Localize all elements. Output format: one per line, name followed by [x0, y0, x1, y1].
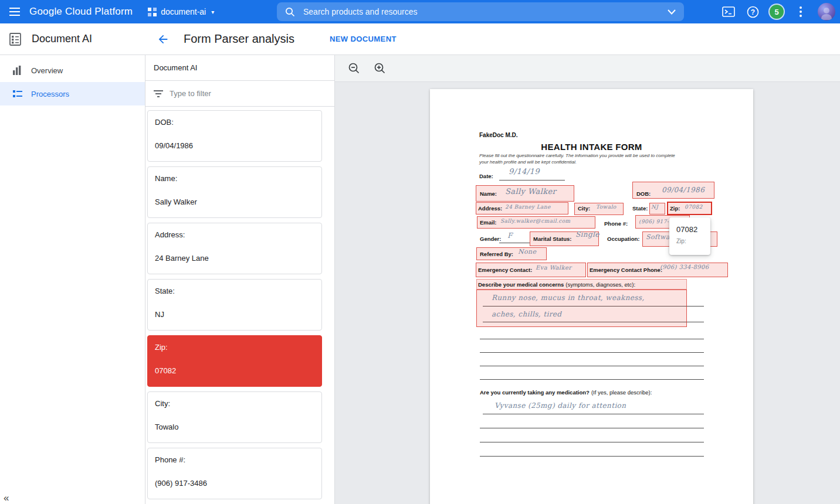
main-area: Overview Processors « Document AI	[0, 55, 840, 504]
blank-line	[499, 180, 565, 181]
new-document-button[interactable]: NEW DOCUMENT	[330, 35, 397, 43]
doc-emergency-contact-label: Emergency Contact:	[478, 267, 532, 273]
doc-clinic-name: FakeDoc M.D.	[479, 132, 518, 138]
doc-emergency-contact-value: Eva Walker	[536, 264, 571, 271]
chevron-down-icon: ▾	[211, 9, 214, 15]
fields-panel: Document AI DOB: 09/04/1986 Name: Sally …	[145, 55, 335, 504]
back-arrow-icon[interactable]	[157, 33, 170, 46]
doc-city-value: Towalo	[596, 204, 617, 210]
svg-text:?: ?	[750, 8, 754, 16]
doc-city-label: City:	[578, 205, 590, 212]
doc-email-label: Email:	[480, 219, 497, 226]
blank-line	[480, 428, 704, 428]
search-input[interactable]	[303, 7, 668, 16]
hamburger-bars	[9, 8, 20, 16]
blank-line	[480, 366, 704, 366]
project-name: document-ai	[161, 7, 206, 16]
cloud-shell-icon[interactable]	[722, 5, 736, 19]
more-options-icon[interactable]	[794, 5, 808, 19]
viewer-toolbar	[335, 55, 840, 82]
page-header: Document AI Form Parser analysis NEW DOC…	[0, 23, 840, 55]
doc-dob-value: 09/04/1986	[662, 186, 704, 194]
document-viewer: FakeDoc M.D. HEALTH INTAKE FORM Please f…	[335, 55, 840, 504]
viewer-canvas[interactable]: FakeDoc M.D. HEALTH INTAKE FORM Please f…	[335, 82, 840, 504]
filter-input[interactable]	[170, 89, 326, 98]
topbar: Google Cloud Platform document-ai ▾	[0, 0, 840, 23]
doc-intro-line2: your health profile and will be kept con…	[479, 159, 577, 165]
document-page: FakeDoc M.D. HEALTH INTAKE FORM Please f…	[430, 89, 753, 504]
doc-zip-label: Zip:	[670, 205, 680, 212]
doc-gender-value: F	[507, 231, 513, 240]
doc-state-value: NJ	[651, 204, 658, 210]
project-selector[interactable]: document-ai ▾	[148, 7, 214, 16]
sidebar-item-label: Processors	[31, 90, 69, 98]
doc-emergency-phone-label: Emergency Contact Phone:	[590, 267, 662, 273]
doc-medication-value: Vyvanse (25mg) daily for attention	[494, 401, 626, 410]
blank-line	[499, 243, 530, 243]
menu-icon[interactable]	[0, 8, 29, 16]
project-icon	[148, 8, 157, 16]
doc-phone-label: Phone #:	[604, 220, 628, 227]
doc-name-value: Sally Walker	[505, 187, 556, 196]
tooltip-label: Zip:	[676, 238, 710, 244]
doc-emergency-phone-value: (906) 334-8906	[660, 264, 709, 270]
sidebar-item-processors[interactable]: Processors	[0, 82, 145, 105]
doc-email-value: Sally.walker@cmail.com	[500, 218, 570, 224]
doc-zip-value: 07082	[685, 204, 703, 210]
product-title: Document AI	[32, 33, 92, 45]
avatar[interactable]	[818, 3, 835, 21]
sidebar-item-overview[interactable]: Overview	[0, 59, 145, 82]
field-card-zip-selected[interactable]: Zip: 07082	[147, 335, 322, 387]
doc-dob-label: DOB:	[636, 190, 651, 197]
gcp-logo[interactable]: Google Cloud Platform	[29, 6, 133, 18]
doc-gender-label: Gender:	[480, 236, 501, 242]
panel-title: Document AI	[145, 55, 334, 81]
doc-state-label: State:	[632, 205, 648, 212]
document-ai-icon	[8, 32, 22, 46]
doc-address-value: 24 Barney Lane	[505, 204, 551, 210]
doc-address-label: Address:	[478, 205, 502, 212]
doc-occupation-label: Occupation:	[607, 236, 639, 242]
sidebar-item-label: Overview	[31, 66, 63, 75]
blank-line	[483, 414, 704, 414]
page-title: Form Parser analysis	[184, 32, 294, 46]
topbar-actions: ? 5	[722, 0, 835, 23]
doc-date-value: 9/14/19	[509, 167, 540, 176]
search-icon	[285, 7, 295, 17]
zoom-in-icon[interactable]	[372, 62, 387, 76]
notifications-badge[interactable]: 5	[770, 5, 784, 19]
field-tooltip: 07082 Zip:	[669, 217, 710, 255]
doc-concerns-line1: Runny nose, mucus in throat, weakness,	[492, 294, 645, 302]
doc-referred-value: None	[518, 248, 536, 256]
blank-line	[480, 442, 704, 442]
field-card-dob[interactable]: DOB: 09/04/1986	[147, 110, 322, 162]
filter-icon	[154, 90, 163, 97]
tooltip-value: 07082	[676, 225, 710, 234]
processors-icon	[12, 88, 23, 99]
search-chevron-icon[interactable]	[668, 9, 676, 15]
filter-row	[145, 81, 334, 107]
sidebar: Overview Processors «	[0, 55, 145, 504]
doc-marital-label: Marital Status:	[533, 236, 571, 242]
product-header: Document AI	[0, 32, 145, 46]
doc-concerns-line2: aches, chills, tired	[492, 310, 561, 318]
search-bar[interactable]	[277, 2, 684, 21]
doc-date-label: Date:	[479, 173, 493, 179]
field-card-name[interactable]: Name: Sally Walker	[147, 166, 322, 218]
field-card-address[interactable]: Address: 24 Barney Lane	[147, 223, 322, 274]
field-card-list: DOB: 09/04/1986 Name: Sally Walker Addre…	[145, 107, 334, 504]
field-card-phone[interactable]: Phone #: (906) 917-3486	[147, 448, 322, 499]
overview-icon	[12, 65, 23, 76]
doc-title: HEALTH INTAKE FORM	[430, 142, 753, 152]
collapse-nav-icon[interactable]: «	[4, 492, 9, 504]
blank-line	[480, 339, 704, 339]
help-icon[interactable]: ?	[746, 5, 760, 19]
field-card-state[interactable]: State: NJ	[147, 279, 322, 331]
doc-concerns-label: Describe your medical concerns(symptoms,…	[478, 281, 635, 288]
blank-line	[480, 379, 704, 380]
doc-name-label: Name:	[480, 190, 497, 197]
field-card-city[interactable]: City: Towalo	[147, 391, 322, 443]
blank-line	[480, 352, 704, 353]
doc-intro-line1: Please fill out the questionnaire carefu…	[479, 153, 675, 158]
zoom-out-icon[interactable]	[347, 62, 361, 76]
